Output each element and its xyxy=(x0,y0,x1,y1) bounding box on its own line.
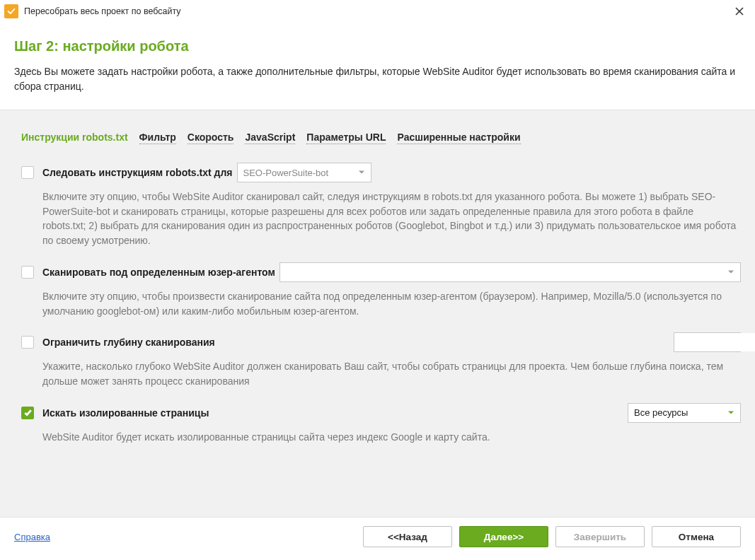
user-agent-select[interactable] xyxy=(279,262,741,282)
resources-select-value: Все ресурсы xyxy=(634,407,688,418)
crawl-depth-spinner[interactable] xyxy=(674,332,741,352)
robot-select[interactable]: SEO-PowerSuite-bot xyxy=(237,163,371,182)
help-link[interactable]: Справка xyxy=(14,532,50,542)
tab-url-params[interactable]: Параметры URL xyxy=(306,132,386,144)
tab-javascript[interactable]: JavaScript xyxy=(245,132,295,144)
option-user-agent-label: Сканировать под определенным юзер-агенто… xyxy=(42,266,275,279)
option-follow-robots: Следовать инструкциям robots.txt для SEO… xyxy=(21,163,741,248)
chevron-down-icon xyxy=(358,168,365,178)
step-description: Здесь Вы можете задать настройки робота,… xyxy=(14,64,741,94)
next-button[interactable]: Далее>> xyxy=(459,526,548,547)
step-title: Шаг 2: настройки робота xyxy=(14,38,741,54)
dialog-header: Шаг 2: настройки робота Здесь Вы можете … xyxy=(0,23,755,110)
option-user-agent: Сканировать под определенным юзер-агенто… xyxy=(21,262,741,318)
option-crawl-depth: Ограничить глубину сканирования Укажите,… xyxy=(21,332,741,388)
tab-filter[interactable]: Фильтр xyxy=(139,132,176,144)
option-orphan-pages: Искать изолированные страницы Все ресурс… xyxy=(21,403,741,445)
tab-robots-instructions[interactable]: Инструкции robots.txt xyxy=(21,132,128,144)
crawl-depth-input[interactable] xyxy=(674,333,755,351)
checkbox-crawl-depth[interactable] xyxy=(21,336,34,349)
dialog-footer: Справка <<Назад Далее>> Завершить Отмена xyxy=(0,518,755,556)
title-bar: Пересобрать весь проект по вебсайту xyxy=(0,0,755,23)
app-logo-icon xyxy=(4,4,18,18)
resources-select[interactable]: Все ресурсы xyxy=(628,403,741,423)
tabs-bar: Инструкции robots.txt Фильтр Скорость Ja… xyxy=(21,132,741,144)
option-orphan-pages-desc: WebSite Auditor будет искать изолированн… xyxy=(42,430,739,445)
checkbox-orphan-pages[interactable] xyxy=(21,407,34,419)
tab-advanced[interactable]: Расширенные настройки xyxy=(397,132,520,144)
option-crawl-depth-label: Ограничить глубину сканирования xyxy=(42,336,215,349)
option-orphan-pages-label: Искать изолированные страницы xyxy=(42,407,209,419)
checkbox-user-agent[interactable] xyxy=(21,266,34,279)
close-button[interactable] xyxy=(730,1,749,21)
option-crawl-depth-desc: Укажите, насколько глубоко WebSite Audit… xyxy=(42,359,739,388)
option-follow-robots-desc: Включите эту опцию, чтобы WebSite Audito… xyxy=(42,189,739,248)
cancel-button[interactable]: Отмена xyxy=(652,526,741,547)
robot-select-value: SEO-PowerSuite-bot xyxy=(243,168,329,178)
checkbox-follow-robots[interactable] xyxy=(21,166,34,179)
option-follow-robots-label: Следовать инструкциям robots.txt для xyxy=(42,166,233,179)
finish-button: Завершить xyxy=(555,526,645,547)
dialog-body: Инструкции robots.txt Фильтр Скорость Ja… xyxy=(0,110,755,518)
window-title: Пересобрать весь проект по вебсайту xyxy=(24,6,181,16)
chevron-down-icon xyxy=(727,407,734,418)
option-user-agent-desc: Включите эту опцию, чтобы произвести ска… xyxy=(42,289,739,318)
chevron-down-icon xyxy=(727,267,734,277)
back-button[interactable]: <<Назад xyxy=(363,526,452,547)
tab-speed[interactable]: Скорость xyxy=(188,132,234,144)
